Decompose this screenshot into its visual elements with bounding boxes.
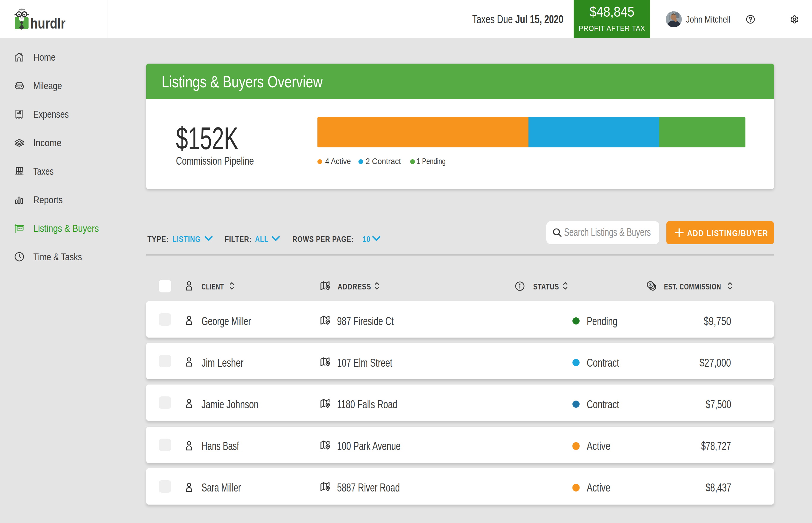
svg-text:SALE: SALE [18,227,22,230]
